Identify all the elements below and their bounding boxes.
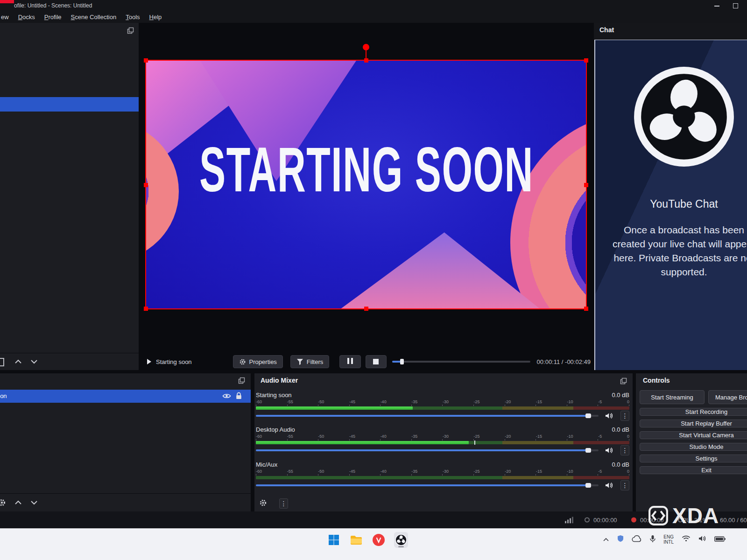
settings-button[interactable]: Settings xyxy=(640,455,747,462)
tray-wifi-button[interactable] xyxy=(682,535,691,544)
volume-slider[interactable] xyxy=(256,449,599,451)
start-streaming-button[interactable]: Start Streaming xyxy=(640,390,705,404)
channel-menu-button[interactable]: ⋮ xyxy=(620,445,629,455)
gear-icon xyxy=(0,498,6,507)
source-move-up-button[interactable] xyxy=(12,497,24,508)
mixer-settings-button[interactable] xyxy=(259,499,267,509)
resize-handle-top-right[interactable] xyxy=(584,58,588,63)
menu-tools[interactable]: Tools xyxy=(121,14,144,21)
obs-taskbar-button[interactable] xyxy=(394,532,408,548)
menu-view[interactable]: ew xyxy=(0,14,14,21)
title-bar[interactable]: ofile: Untitled - Scenes: Untitled xyxy=(0,0,747,11)
media-progress-handle[interactable] xyxy=(400,359,404,364)
start-replay-buffer-button[interactable]: Start Replay Buffer xyxy=(640,420,747,427)
scenes-partial-button[interactable] xyxy=(0,358,4,366)
channel-menu-button[interactable]: ⋮ xyxy=(620,411,629,421)
tray-volume-button[interactable] xyxy=(698,535,706,544)
meter-tick-label: -35 xyxy=(411,399,417,405)
source-lock-button[interactable] xyxy=(235,392,242,402)
channel-menu-button[interactable]: ⋮ xyxy=(620,480,629,490)
pause-button[interactable] xyxy=(339,355,360,368)
properties-button[interactable]: Properties xyxy=(233,355,283,368)
source-visibility-button[interactable] xyxy=(222,392,231,401)
filters-label: Filters xyxy=(307,358,323,365)
resize-handle-bottom-left[interactable] xyxy=(144,307,148,311)
channel-name: Mic/Aux xyxy=(256,461,277,468)
resize-handle-mid-left[interactable] xyxy=(144,183,148,187)
resize-handle-top-left[interactable] xyxy=(144,58,148,63)
resize-handle-bottom-right[interactable] xyxy=(584,307,588,311)
exit-button[interactable]: Exit xyxy=(640,466,747,474)
scene-row-selected[interactable] xyxy=(0,97,139,112)
start-virtual-camera-button[interactable]: Start Virtual Camera xyxy=(640,431,747,439)
start-recording-button[interactable]: Start Recording xyxy=(640,408,747,416)
meter-tick-label: -40 xyxy=(381,469,387,474)
rotation-handle[interactable] xyxy=(363,44,369,50)
mixer-toolbar: ⋮ xyxy=(259,498,288,509)
meter-tick-label: -20 xyxy=(505,399,511,405)
studio-mode-button[interactable]: Studio Mode xyxy=(640,443,747,451)
scenes-detach-icon[interactable] xyxy=(127,27,134,36)
fps-readout: 60.00 / 60.00 FPS xyxy=(720,517,747,524)
source-row-selected[interactable]: Starting soon xyxy=(0,390,251,403)
meter-tick-label: -30 xyxy=(443,434,449,439)
start-button[interactable] xyxy=(327,532,341,548)
scene-move-up-button[interactable] xyxy=(12,356,24,367)
resize-handle-top-center[interactable] xyxy=(364,58,368,63)
stop-button[interactable] xyxy=(366,355,387,368)
resize-handle-mid-right[interactable] xyxy=(584,183,588,187)
source-selection-outline[interactable] xyxy=(145,60,587,309)
scenes-dock xyxy=(0,23,139,370)
volume-handle[interactable] xyxy=(585,413,591,418)
channel-name: Starting soon xyxy=(256,392,292,399)
sources-detach-icon[interactable] xyxy=(238,377,245,386)
volume-handle[interactable] xyxy=(585,448,591,453)
source-move-down-button[interactable] xyxy=(28,497,40,508)
maximize-button[interactable] xyxy=(729,2,741,9)
language-code: ENG xyxy=(663,534,674,539)
menu-scene-collection[interactable]: Scene Collection xyxy=(66,14,121,21)
meter-tick-label: -20 xyxy=(505,469,511,474)
filters-button[interactable]: Filters xyxy=(290,355,329,368)
meter-scale: -60-55-50-45-40-35-30-25-20-15-10-50 xyxy=(256,434,629,439)
chevron-up-icon xyxy=(603,538,609,542)
file-explorer-button[interactable] xyxy=(349,532,363,548)
tray-microphone-button[interactable] xyxy=(650,535,655,545)
resize-handle-bottom-center[interactable] xyxy=(364,307,368,311)
volume-slider[interactable] xyxy=(256,484,599,486)
minimize-icon xyxy=(714,6,719,7)
mute-button[interactable] xyxy=(605,447,613,454)
tray-battery-button[interactable] xyxy=(714,535,726,544)
tray-onedrive-button[interactable] xyxy=(632,535,642,544)
mixer-menu-button[interactable]: ⋮ xyxy=(279,498,288,509)
manage-broadcast-button[interactable]: Manage Broadcast xyxy=(708,390,747,404)
scene-move-down-button[interactable] xyxy=(28,356,40,367)
play-icon xyxy=(147,359,151,364)
volume-slider[interactable] xyxy=(256,415,599,417)
media-controls-toolbar: Starting soon Properties Filters 00:00:1… xyxy=(143,353,591,370)
gear-icon xyxy=(259,499,267,507)
obs-studio-window: ofile: Untitled - Scenes: Untitled ew Do… xyxy=(0,0,747,560)
stop-icon xyxy=(373,359,379,364)
menu-docks[interactable]: Docks xyxy=(14,14,40,21)
media-progress-slider[interactable] xyxy=(392,361,530,363)
xda-watermark: XDA xyxy=(648,503,719,528)
tray-security-button[interactable] xyxy=(617,535,624,544)
meter-tick-label: -5 xyxy=(598,469,602,474)
scenes-toolbar xyxy=(0,353,139,370)
menu-help[interactable]: Help xyxy=(145,14,167,21)
volume-handle[interactable] xyxy=(585,483,591,488)
minimize-button[interactable] xyxy=(711,2,723,9)
language-switcher[interactable]: ENG INTL xyxy=(663,534,674,545)
meter-tick-label: -5 xyxy=(598,399,602,405)
meter-tickmarks xyxy=(256,405,629,406)
tray-overflow-button[interactable] xyxy=(603,535,609,544)
vivaldi-browser-button[interactable] xyxy=(372,532,386,548)
windows-taskbar: ENG INTL xyxy=(0,528,747,560)
mute-button[interactable] xyxy=(605,482,613,489)
menu-profile[interactable]: Profile xyxy=(40,14,66,21)
source-settings-button[interactable] xyxy=(0,497,8,508)
mute-button[interactable] xyxy=(605,413,613,419)
meter-tick-label: -50 xyxy=(318,469,324,474)
mixer-detach-icon[interactable] xyxy=(620,378,627,386)
